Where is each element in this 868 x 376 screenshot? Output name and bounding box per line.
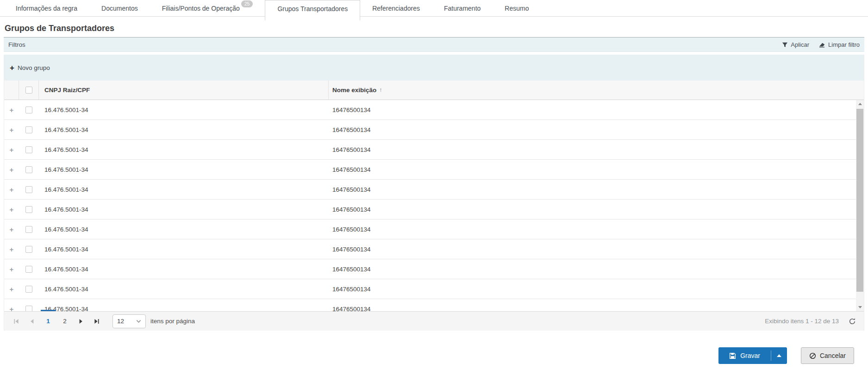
table-row[interactable]: + 16.476.5001-34 16476500134 bbox=[4, 160, 856, 180]
page-number-1[interactable]: 1 bbox=[41, 312, 55, 331]
filter-actions: Aplicar Limpar filtro bbox=[782, 41, 860, 48]
expand-row-icon[interactable]: + bbox=[10, 226, 14, 233]
scroll-down-icon[interactable] bbox=[856, 303, 864, 311]
tab-label: Resumo bbox=[505, 5, 529, 12]
cell-nome: 16476500134 bbox=[329, 126, 856, 133]
new-group-button[interactable]: + Novo grupo bbox=[10, 64, 50, 72]
save-button[interactable]: Gravar bbox=[718, 347, 787, 364]
row-checkbox[interactable] bbox=[25, 306, 32, 312]
page-number-2[interactable]: 2 bbox=[58, 312, 72, 331]
scrollbar-thumb[interactable] bbox=[856, 109, 863, 292]
table-row[interactable]: + 16.476.5001-34 16476500134 bbox=[4, 279, 856, 299]
row-checkbox[interactable] bbox=[25, 246, 32, 253]
table-row[interactable]: + 16.476.5001-34 16476500134 bbox=[4, 239, 856, 259]
scroll-up-icon[interactable] bbox=[856, 100, 864, 108]
expand-row-icon[interactable]: + bbox=[10, 305, 14, 312]
cancel-button[interactable]: Cancelar bbox=[801, 347, 854, 364]
prev-page-icon[interactable] bbox=[25, 312, 38, 331]
clear-filter-label: Limpar filtro bbox=[828, 41, 860, 48]
table-row[interactable]: + 16.476.5001-34 16476500134 bbox=[4, 120, 856, 140]
row-checkbox[interactable] bbox=[25, 266, 32, 273]
row-checkbox[interactable] bbox=[25, 206, 32, 213]
page-title: Grupos de Transportadores bbox=[5, 24, 863, 33]
refresh-icon[interactable] bbox=[846, 315, 858, 327]
cell-nome: 16476500134 bbox=[329, 146, 856, 153]
cell-nome: 16476500134 bbox=[329, 266, 856, 273]
next-page-icon[interactable] bbox=[75, 312, 87, 331]
grid-toolbar: + Novo grupo bbox=[4, 55, 864, 81]
eraser-icon bbox=[818, 42, 825, 48]
clear-filter-button[interactable]: Limpar filtro bbox=[818, 41, 860, 48]
page-list: 12 bbox=[41, 312, 75, 331]
row-checkbox[interactable] bbox=[25, 126, 32, 133]
expand-row-icon[interactable]: + bbox=[10, 265, 14, 273]
first-page-icon[interactable] bbox=[10, 312, 23, 331]
column-header-cnpj-label: CNPJ Raiz/CPF bbox=[44, 87, 90, 94]
cell-nome: 16476500134 bbox=[329, 186, 856, 193]
new-group-label: Novo grupo bbox=[18, 64, 50, 71]
tab-label: Grupos Transportadores bbox=[277, 5, 348, 13]
cell-cnpj: 16.476.5001-34 bbox=[39, 126, 329, 133]
table-row[interactable]: + 16.476.5001-34 16476500134 bbox=[4, 299, 856, 311]
table-row[interactable]: + 16.476.5001-34 16476500134 bbox=[4, 200, 856, 219]
tab-informacoes-da-regra[interactable]: Informações da regra bbox=[4, 0, 89, 17]
apply-filter-label: Aplicar bbox=[791, 41, 809, 48]
row-checkbox[interactable] bbox=[25, 286, 32, 293]
cell-cnpj: 16.476.5001-34 bbox=[39, 246, 329, 253]
tab-documentos[interactable]: Documentos bbox=[89, 0, 150, 17]
transporter-groups-grid: + Novo grupo CNPJ Raiz/CPF Nome exibição… bbox=[4, 55, 864, 331]
expand-row-icon[interactable]: + bbox=[10, 106, 14, 114]
table-header: CNPJ Raiz/CPF Nome exibição ↑ bbox=[4, 81, 864, 100]
expand-row-icon[interactable]: + bbox=[10, 146, 14, 154]
caret-up-icon bbox=[777, 354, 781, 357]
row-checkbox[interactable] bbox=[25, 226, 32, 233]
tab-resumo[interactable]: Resumo bbox=[493, 0, 541, 17]
expand-row-icon[interactable]: + bbox=[10, 206, 14, 213]
cell-cnpj: 16.476.5001-34 bbox=[39, 286, 329, 293]
filters-panel: Filtros Aplicar Limpar filtro bbox=[4, 37, 864, 52]
pager: 12 12 itens por página Exibindo itens 1 … bbox=[4, 311, 864, 331]
tab-grupos-transportadores[interactable]: Grupos Transportadores bbox=[265, 0, 360, 20]
tab-referenciadores[interactable]: Referenciadores bbox=[360, 0, 432, 17]
table-row[interactable]: + 16.476.5001-34 16476500134 bbox=[4, 140, 856, 160]
page-size-select[interactable]: 12 bbox=[112, 314, 146, 328]
expand-row-icon[interactable]: + bbox=[10, 285, 14, 293]
table-row[interactable]: + 16.476.5001-34 16476500134 bbox=[4, 259, 856, 279]
cell-nome: 16476500134 bbox=[329, 107, 856, 113]
footer-actions: Gravar Cancelar bbox=[4, 347, 854, 364]
tab-faturamento[interactable]: Faturamento bbox=[432, 0, 493, 17]
tab-label: Documentos bbox=[101, 5, 138, 12]
funnel-icon bbox=[782, 42, 788, 48]
row-checkbox[interactable] bbox=[25, 107, 32, 113]
tab-label: Referenciadores bbox=[372, 5, 420, 12]
table-row[interactable]: + 16.476.5001-34 16476500134 bbox=[4, 180, 856, 200]
tab-label: Faturamento bbox=[444, 5, 481, 12]
vertical-scrollbar[interactable] bbox=[856, 100, 864, 311]
cell-nome: 16476500134 bbox=[329, 246, 856, 253]
save-options-button[interactable] bbox=[771, 347, 787, 364]
tab-filiais-pontos-de-operacao[interactable]: Filiais/Pontos de Operação25 bbox=[150, 0, 265, 17]
last-page-icon[interactable] bbox=[90, 312, 103, 331]
cell-nome: 16476500134 bbox=[329, 166, 856, 173]
cell-nome: 16476500134 bbox=[329, 206, 856, 213]
expand-row-icon[interactable]: + bbox=[10, 186, 14, 194]
table-row[interactable]: + 16.476.5001-34 16476500134 bbox=[4, 219, 856, 239]
row-checkbox[interactable] bbox=[25, 186, 32, 193]
column-header-cnpj[interactable]: CNPJ Raiz/CPF bbox=[39, 81, 329, 100]
apply-filter-button[interactable]: Aplicar bbox=[782, 41, 809, 48]
arrow-up-icon: ↑ bbox=[379, 86, 382, 93]
column-header-nome[interactable]: Nome exibição ↑ bbox=[329, 81, 856, 100]
filters-title: Filtros bbox=[8, 41, 25, 48]
select-all-checkbox[interactable] bbox=[25, 87, 32, 94]
cancel-label: Cancelar bbox=[820, 352, 846, 359]
row-checkbox[interactable] bbox=[25, 166, 32, 173]
table-body: + 16.476.5001-34 16476500134 + 16.476.50… bbox=[4, 100, 864, 311]
row-checkbox[interactable] bbox=[25, 146, 32, 153]
table-row[interactable]: + 16.476.5001-34 16476500134 bbox=[4, 100, 856, 120]
expand-row-icon[interactable]: + bbox=[10, 126, 14, 134]
expand-row-icon[interactable]: + bbox=[10, 166, 14, 174]
header-scrollbar-spacer bbox=[856, 81, 864, 100]
header-select-all[interactable] bbox=[19, 81, 39, 100]
expand-row-icon[interactable]: + bbox=[10, 245, 14, 253]
chevron-down-icon bbox=[136, 320, 141, 323]
